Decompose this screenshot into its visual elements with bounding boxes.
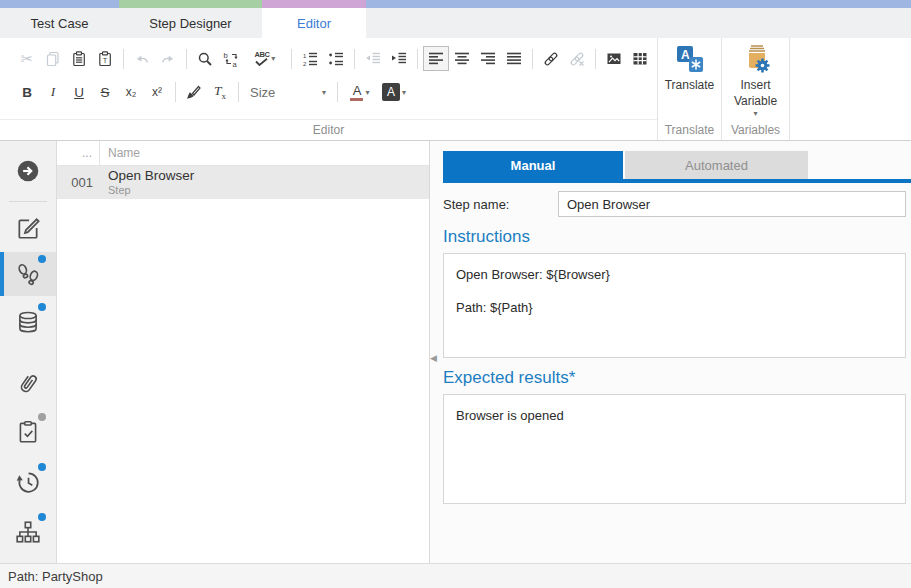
svg-text:T: T [103, 56, 108, 65]
align-left-button[interactable] [423, 46, 449, 71]
ribbon-group-editor: ✂ T ba ABC ▾ 12 [0, 38, 658, 140]
increase-indent-button[interactable] [386, 46, 412, 71]
font-size-dropdown[interactable]: Size ▾ [244, 80, 332, 104]
chevron-down-icon: ▾ [322, 88, 326, 97]
link-icon [543, 51, 559, 67]
font-color-icon: A [350, 84, 363, 101]
sidebar-item-attachments[interactable] [0, 362, 56, 406]
translate-button[interactable]: A Translate [658, 38, 721, 119]
sidebar-item-go-to[interactable] [0, 149, 56, 193]
image-icon [606, 51, 622, 67]
insert-variable-button[interactable]: Insert Variable ▾ [722, 38, 789, 119]
step-subtitle: Step [108, 184, 194, 197]
search-icon [197, 51, 213, 67]
copy-button[interactable] [40, 46, 66, 71]
spellcheck-button[interactable]: ABC ▾ [244, 46, 286, 71]
decrease-indent-button[interactable] [360, 46, 386, 71]
align-right-icon [480, 51, 496, 66]
instructions-textarea[interactable]: Open Browser: ${Browser} Path: ${Path} [443, 253, 906, 358]
instructions-line-2: Path: ${Path} [456, 300, 893, 315]
font-color-button[interactable]: A ▾ [343, 80, 377, 105]
sidebar-item-checklist[interactable] [0, 410, 56, 454]
align-center-button[interactable] [449, 46, 475, 71]
insert-table-button[interactable] [627, 46, 653, 71]
tab-color-band [262, 0, 366, 8]
strikethrough-button[interactable]: S [92, 80, 118, 105]
subscript-button[interactable]: x₂ [118, 80, 144, 105]
sidebar-item-history[interactable] [0, 460, 56, 504]
tab-test-case[interactable]: Test Case [0, 0, 119, 38]
spellcheck-icon: ABC [255, 51, 270, 67]
expected-results-heading: Expected results* [443, 368, 911, 388]
insert-variable-icon [741, 43, 771, 75]
sidebar-item-edit[interactable] [0, 206, 56, 250]
tab-step-designer[interactable]: Step Designer [119, 0, 262, 38]
ribbon-group-label-variables: Variables [722, 119, 789, 140]
hierarchy-icon [15, 519, 41, 545]
column-header-index[interactable]: ... [57, 141, 100, 165]
sidebar-item-database[interactable] [0, 300, 56, 344]
step-detail-panel: ◀ Manual Automated Step name: Instructio… [430, 141, 911, 563]
justify-icon [506, 51, 522, 66]
bullet-list-button[interactable] [323, 46, 349, 71]
paste-icon [71, 51, 87, 67]
unlink-icon [569, 51, 585, 67]
sidebar-divider [9, 201, 47, 202]
step-index: 001 [57, 175, 100, 190]
tab-automated[interactable]: Automated [625, 151, 808, 179]
separator [238, 82, 239, 102]
expected-results-line-1: Browser is opened [456, 408, 893, 423]
search-button[interactable] [192, 46, 218, 71]
insert-variable-button-label: Insert Variable [727, 78, 785, 109]
strikethrough-icon: S [100, 85, 109, 100]
align-right-button[interactable] [475, 46, 501, 71]
replace-button[interactable]: ba [218, 46, 244, 71]
translate-icon: A [676, 43, 704, 75]
ribbon-group-translate: A Translate Translate [658, 38, 722, 140]
tabstrip-filler [366, 0, 911, 38]
superscript-button[interactable]: x² [144, 80, 170, 105]
svg-text:A: A [681, 48, 690, 62]
undo-icon [134, 51, 150, 67]
format-painter-button[interactable] [181, 80, 207, 105]
step-list-row[interactable]: 001 Open Browser Step [57, 166, 429, 199]
insert-image-button[interactable] [601, 46, 627, 71]
column-header-name[interactable]: Name [100, 141, 140, 165]
paste-button[interactable] [66, 46, 92, 71]
clear-format-button[interactable]: Tx [207, 80, 233, 105]
detail-tabs: Manual Automated [443, 151, 911, 179]
step-list-panel: ... Name 001 Open Browser Step [57, 141, 430, 563]
align-center-icon [454, 51, 470, 66]
underline-button[interactable]: U [66, 80, 92, 105]
undo-button[interactable] [129, 46, 155, 71]
go-to-icon [15, 158, 41, 184]
unlink-button[interactable] [564, 46, 590, 71]
chevron-down-icon: ▾ [271, 54, 275, 63]
italic-button[interactable]: I [40, 80, 66, 105]
paste-text-icon: T [97, 51, 113, 67]
tab-editor[interactable]: Editor [262, 0, 366, 38]
step-name-input[interactable] [558, 191, 906, 217]
paste-text-button[interactable]: T [92, 46, 118, 71]
collapse-panel-icon[interactable]: ◀ [430, 353, 437, 363]
redo-button[interactable] [155, 46, 181, 71]
justify-button[interactable] [501, 46, 527, 71]
link-button[interactable] [538, 46, 564, 71]
background-color-button[interactable]: A ▾ [377, 80, 411, 105]
sidebar-item-hierarchy[interactable] [0, 510, 56, 554]
bold-button[interactable]: B [14, 80, 40, 105]
expected-results-textarea[interactable]: Browser is opened [443, 394, 906, 504]
instructions-line-1: Open Browser: ${Browser} [456, 267, 893, 282]
tab-manual[interactable]: Manual [443, 151, 623, 179]
separator [123, 49, 124, 69]
numbered-list-icon: 12 [302, 51, 318, 67]
active-tab-underline [443, 179, 911, 183]
copy-icon [45, 51, 61, 67]
separator [354, 49, 355, 69]
numbered-list-button[interactable]: 12 [297, 46, 323, 71]
chevron-down-icon: ▾ [402, 88, 406, 97]
sidebar-item-steps[interactable] [0, 252, 56, 296]
replace-icon: ba [223, 51, 240, 67]
cut-button[interactable]: ✂ [14, 46, 40, 71]
clear-format-icon: Tx [214, 83, 226, 101]
